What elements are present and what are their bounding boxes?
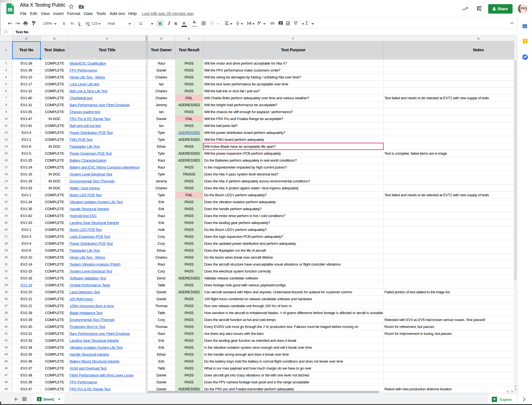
- svg-text:31: 31: [523, 25, 526, 28]
- svg-text:1: 1: [38, 398, 40, 401]
